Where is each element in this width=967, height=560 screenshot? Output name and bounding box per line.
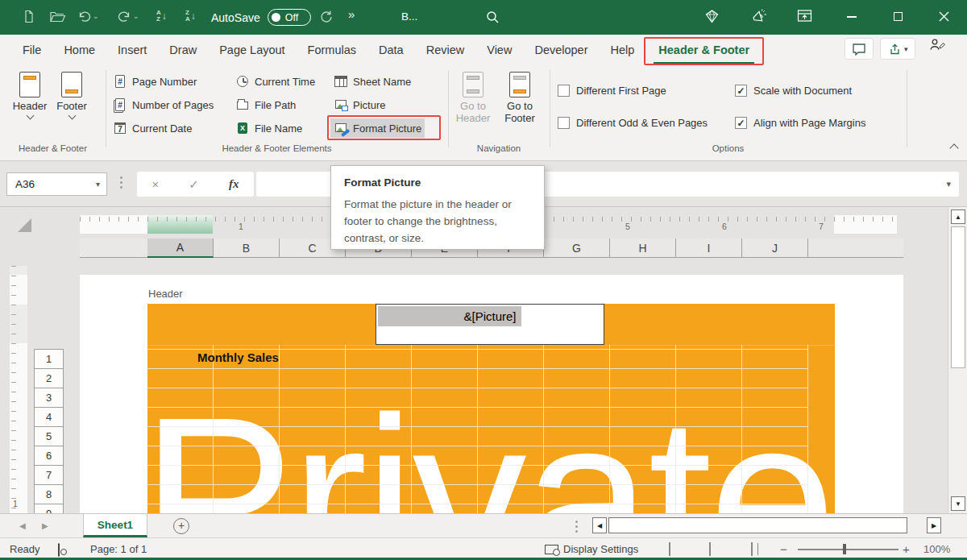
header-picture-watermark[interactable]: Private Monthly Sales &[Picture] [147, 304, 835, 513]
insert-function-icon[interactable]: fx [229, 177, 239, 191]
share-dropdown-icon[interactable]: ▾ [904, 45, 908, 53]
tab-data[interactable]: Data [367, 35, 415, 65]
expand-formula-bar-icon[interactable]: ▾ [946, 179, 951, 189]
header-center-section[interactable]: &[Picture] [376, 304, 604, 345]
tab-scroll-splitter[interactable] [575, 521, 578, 533]
header-button[interactable]: Header [10, 69, 50, 139]
premium-diamond-icon[interactable] [703, 9, 720, 24]
zoom-slider-track[interactable] [798, 549, 899, 550]
row-header-5[interactable]: 5 [34, 427, 64, 446]
ribbon-display-options-icon[interactable] [797, 9, 812, 23]
row-header-2[interactable]: 2 [34, 369, 64, 388]
different-odd-even-checkbox[interactable]: Different Odd & Even Pages [558, 117, 708, 129]
quick-access-overflow[interactable]: » [348, 7, 355, 21]
name-box[interactable]: A36 ▾ [6, 172, 107, 196]
vertical-scroll-thumb[interactable] [951, 226, 965, 368]
collapse-ribbon-icon[interactable] [949, 143, 958, 152]
column-header-i[interactable]: I [676, 239, 742, 258]
comments-button[interactable] [845, 38, 874, 60]
undo-button[interactable]: ⌄ [77, 10, 99, 23]
sort-ascending-icon[interactable]: AZ ↓ [156, 10, 167, 23]
tab-review[interactable]: Review [415, 35, 476, 65]
zoom-in-button[interactable]: + [903, 542, 910, 556]
current-time-button[interactable]: Current Time [232, 72, 318, 91]
feedback-megaphone-icon[interactable] [750, 9, 768, 25]
macro-record-icon[interactable] [58, 543, 60, 557]
zoom-level[interactable]: 100% [923, 543, 950, 555]
open-file-icon[interactable] [50, 11, 65, 23]
tab-page-layout[interactable]: Page Layout [208, 35, 296, 65]
refresh-icon[interactable] [319, 10, 333, 23]
current-date-button[interactable]: 7 Current Date [110, 118, 195, 138]
row-header-4[interactable]: 4 [34, 408, 64, 427]
people-edit-icon[interactable] [928, 38, 946, 52]
tab-help[interactable]: Help [600, 35, 646, 65]
page-layout-page[interactable]: Header Private Monthly Sales &[Picture] [80, 275, 903, 513]
tab-file[interactable]: File [11, 35, 52, 65]
scroll-right-icon[interactable]: ▶ [927, 517, 941, 533]
sheet-tab-sheet1[interactable]: Sheet1 [83, 514, 147, 537]
tab-draw[interactable]: Draw [158, 35, 208, 65]
row-header-1[interactable]: 1 [34, 350, 64, 369]
column-header-a[interactable]: A [147, 239, 214, 258]
tab-insert[interactable]: Insert [106, 35, 158, 65]
tab-view[interactable]: View [475, 35, 523, 65]
footer-button[interactable]: Footer [52, 69, 92, 139]
zoom-slider-thumb[interactable] [843, 544, 846, 554]
sheet-name-button[interactable]: Sheet Name [330, 72, 414, 91]
align-with-page-margins-checkbox[interactable]: ✓ Align with Page Margins [735, 117, 865, 129]
sort-descending-icon[interactable]: ZA ↓ [185, 10, 196, 23]
redo-dropdown-icon[interactable]: ⌄ [133, 12, 139, 20]
row-header-9[interactable]: 9 [34, 504, 64, 513]
vertical-scrollbar[interactable]: ▲ ▼ [948, 207, 967, 513]
add-sheet-button[interactable]: + [173, 518, 189, 534]
picture-button[interactable]: Picture [330, 95, 388, 114]
normal-view-button[interactable] [669, 542, 670, 556]
formula-bar-handle[interactable] [120, 176, 122, 189]
zoom-out-button[interactable]: − [780, 542, 787, 556]
header-dropdown-icon[interactable] [26, 112, 34, 120]
row-header-8[interactable]: 8 [34, 485, 64, 504]
file-name-button[interactable]: X File Name [232, 118, 305, 138]
undo-dropdown-icon[interactable]: ⌄ [93, 12, 99, 20]
column-header-b[interactable]: B [214, 239, 280, 258]
name-box-dropdown-icon[interactable]: ▾ [96, 180, 106, 189]
share-button[interactable]: ▾ [880, 38, 915, 60]
next-sheet-icon[interactable]: ▶ [42, 521, 48, 530]
scale-with-document-checkbox[interactable]: ✓ Scale with Document [735, 85, 852, 97]
autosave-control[interactable]: AutoSave Off [211, 9, 311, 26]
page-layout-view-button[interactable] [709, 542, 711, 556]
new-file-icon[interactable] [23, 10, 35, 23]
number-of-pages-button[interactable]: # Number of Pages [110, 95, 217, 114]
page-break-view-button[interactable] [751, 542, 753, 556]
tab-home[interactable]: Home [52, 35, 106, 65]
footer-dropdown-icon[interactable] [68, 112, 76, 120]
scroll-left-icon[interactable]: ◀ [592, 517, 607, 533]
maximize-button[interactable] [892, 10, 903, 22]
scroll-down-icon[interactable]: ▼ [951, 496, 965, 511]
different-first-page-checkbox[interactable]: Different First Page [558, 85, 666, 97]
autosave-toggle[interactable]: Off [268, 9, 311, 26]
search-icon[interactable] [485, 10, 500, 24]
column-header-j[interactable]: J [742, 239, 808, 258]
tab-formulas[interactable]: Formulas [297, 35, 367, 65]
scroll-up-icon[interactable]: ▲ [951, 209, 965, 224]
column-header-h[interactable]: H [610, 239, 676, 258]
file-path-button[interactable]: File Path [232, 95, 299, 114]
close-button[interactable] [938, 10, 949, 22]
enter-icon[interactable]: ✓ [189, 177, 199, 192]
display-settings-button[interactable]: Display Settings [545, 543, 638, 555]
row-header-3[interactable]: 3 [34, 388, 64, 408]
row-header-6[interactable]: 6 [34, 446, 64, 466]
document-title[interactable]: B... [401, 10, 417, 23]
horizontal-scroll-thumb[interactable] [608, 517, 907, 533]
go-to-footer-button[interactable]: Go to Footer [498, 69, 542, 139]
cancel-icon[interactable]: × [152, 177, 160, 191]
page-number-button[interactable]: # Page Number [110, 72, 200, 91]
row-header-7[interactable]: 7 [34, 466, 64, 485]
tab-header-and-footer[interactable]: Header & Footer [645, 35, 762, 65]
prev-sheet-icon[interactable]: ◀ [19, 521, 26, 530]
column-header-g[interactable]: G [544, 239, 610, 258]
minimize-button[interactable] [846, 11, 857, 23]
tab-developer[interactable]: Developer [523, 35, 599, 65]
